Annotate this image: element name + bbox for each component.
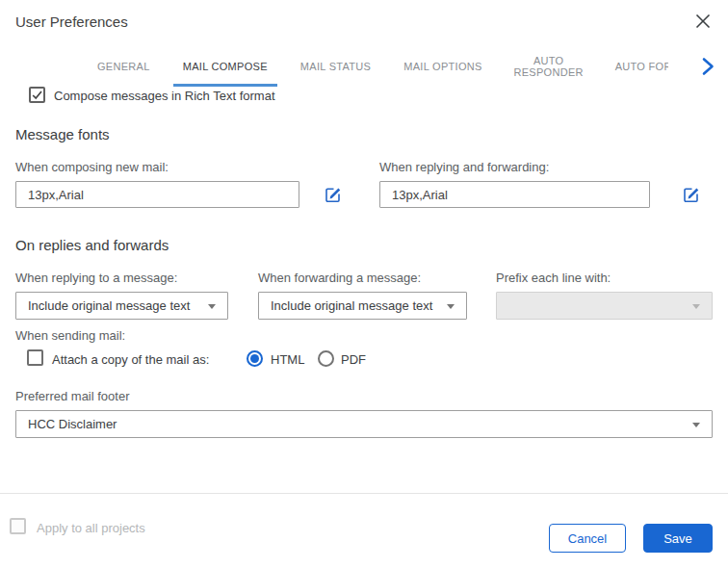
edit-reply-font-button[interactable] (680, 183, 703, 206)
format-radio-html-label: HTML (271, 352, 304, 367)
dropdown-arrow-icon (692, 304, 700, 309)
forwarding-select[interactable]: Include original message text (258, 292, 467, 320)
replying-select-value: Include original message text (28, 298, 190, 313)
user-preferences-dialog: User Preferences GENERAL MAIL COMPOSE MA… (0, 0, 728, 568)
mail-footer-select[interactable]: HCC Disclaimer (15, 410, 713, 438)
tabs-scroll-right-button[interactable] (695, 54, 720, 79)
tab-general[interactable]: GENERAL (81, 46, 167, 87)
prefix-select (496, 292, 713, 320)
replies-forwards-heading: On replies and forwards (15, 237, 169, 253)
tab-bar: GENERAL MAIL COMPOSE MAIL STATUS MAIL OP… (81, 46, 695, 87)
chevron-right-icon (697, 56, 718, 77)
forwarding-label: When forwarding a message: (258, 271, 421, 285)
page-title: User Preferences (15, 13, 128, 30)
edit-compose-font-button[interactable] (322, 183, 345, 206)
dropdown-arrow-icon (447, 304, 455, 309)
dropdown-arrow-icon (208, 304, 216, 309)
replying-select[interactable]: Include original message text (15, 292, 228, 320)
tab-auto-responder[interactable]: AUTO RESPONDER (499, 46, 599, 87)
replying-label: When replying to a message: (15, 271, 177, 285)
attach-copy-label: Attach a copy of the mail as: (52, 352, 209, 367)
dropdown-arrow-icon (692, 423, 700, 427)
format-radio-html[interactable] (247, 350, 263, 367)
sending-mail-label: When sending mail: (15, 328, 125, 343)
rich-text-checkbox-label: Compose messages in Rich Text format (54, 89, 275, 103)
compose-font-input[interactable] (15, 181, 299, 208)
tab-auto-forward[interactable]: AUTO FOR (599, 46, 668, 87)
footer-divider (0, 493, 728, 494)
tab-mail-compose[interactable]: MAIL COMPOSE (167, 46, 284, 87)
tab-mail-options[interactable]: MAIL OPTIONS (387, 46, 498, 87)
apply-all-projects-label: Apply to all projects (37, 521, 145, 535)
edit-icon (323, 184, 344, 205)
prefix-label: Prefix each line with: (496, 271, 611, 285)
apply-all-projects-checkbox (10, 518, 26, 534)
format-radio-pdf[interactable] (318, 350, 334, 367)
reply-font-label: When replying and forwarding: (379, 160, 549, 174)
rich-text-checkbox[interactable] (29, 87, 45, 103)
mail-footer-select-value: HCC Disclaimer (28, 417, 117, 431)
check-icon (31, 89, 43, 101)
close-button[interactable] (691, 10, 715, 33)
message-fonts-heading: Message fonts (15, 126, 110, 142)
cancel-button[interactable]: Cancel (549, 524, 626, 553)
reply-font-input[interactable] (379, 181, 650, 208)
tab-mail-status[interactable]: MAIL STATUS (284, 46, 387, 87)
mail-footer-label: Preferred mail footer (15, 389, 130, 403)
attach-copy-checkbox[interactable] (27, 349, 43, 366)
edit-icon (681, 184, 702, 205)
close-icon (694, 13, 712, 30)
save-button[interactable]: Save (643, 524, 713, 553)
forwarding-select-value: Include original message text (271, 298, 432, 313)
format-radio-pdf-label: PDF (341, 352, 366, 367)
compose-font-label: When composing new mail: (15, 160, 169, 174)
